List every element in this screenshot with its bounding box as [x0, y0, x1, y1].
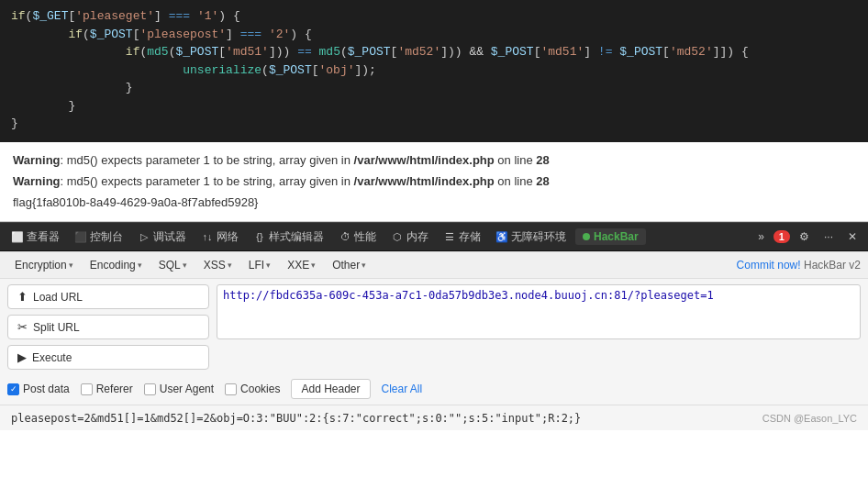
post-data-checkbox[interactable]: ✓ — [7, 383, 19, 395]
clear-all-button[interactable]: Clear All — [382, 380, 423, 398]
xxe-arrow-icon: ▾ — [311, 261, 316, 270]
sql-label: SQL — [159, 259, 181, 272]
hackbar-checks: ✓ Post data Referer User Agent Cookies A… — [0, 375, 868, 405]
flag-line: flag{1fa8010b-8a49-4629-9a0a-8f7abfed592… — [13, 194, 855, 213]
post-data-label: Post data — [23, 383, 70, 395]
code-line-3: if(md5($_POST['md51'])) == md5($_POST['m… — [11, 43, 857, 61]
cookies-checkbox-item[interactable]: Cookies — [225, 383, 280, 395]
execute-icon: ▶ — [17, 350, 27, 364]
storage-label: 存储 — [459, 229, 481, 245]
devtools-bar: ⬜ 查看器 ⬛ 控制台 ▷ 调试器 ↑↓ 网络 {} 样式编辑器 ⏱ 性能 ⬡ … — [0, 222, 868, 251]
devtools-network-btn[interactable]: ↑↓ 网络 — [195, 227, 244, 247]
xxe-label: XXE — [287, 259, 309, 272]
more-icon: » — [758, 230, 764, 243]
code-line-6: } — [11, 97, 857, 116]
attribution-text: CSDN @Eason_LYC — [762, 413, 857, 424]
devtools-console-btn[interactable]: ⬛ 控制台 — [69, 227, 128, 247]
memory-label: 内存 — [406, 229, 428, 245]
warning-1: Warning: md5() expects parameter 1 to be… — [13, 151, 855, 171]
post-data-value: pleasepost=2&md51[]=1&md52[]=2&obj=O:3:"… — [11, 412, 762, 425]
devtools-close-btn[interactable]: ✕ — [842, 228, 862, 245]
dots-icon: ··· — [824, 230, 833, 243]
encryption-arrow-icon: ▾ — [69, 261, 73, 270]
devtools-overflow: » 1 ⚙ ··· ✕ — [752, 228, 862, 245]
user-agent-checkbox-item[interactable]: User Agent — [144, 383, 214, 395]
style-label: 样式编辑器 — [269, 229, 324, 245]
post-data-checkbox-item[interactable]: ✓ Post data — [7, 383, 70, 395]
encoding-label: Encoding — [90, 259, 136, 272]
hackbar-encryption-menu[interactable]: Encryption ▾ — [7, 256, 81, 274]
close-icon: ✕ — [848, 230, 857, 243]
other-arrow-icon: ▾ — [362, 261, 366, 270]
bottom-bar: pleasepost=2&md51[]=1&md52[]=2&obj=O:3:"… — [0, 405, 868, 430]
lfi-label: LFI — [249, 259, 264, 272]
devtools-style-btn[interactable]: {} 样式编辑器 — [248, 227, 329, 247]
inspector-icon: ⬜ — [11, 230, 24, 243]
network-icon: ↑↓ — [201, 230, 214, 243]
other-label: Other — [332, 259, 360, 272]
hackbar-encoding-menu[interactable]: Encoding ▾ — [83, 256, 150, 274]
devtools-storage-btn[interactable]: ☰ 存储 — [438, 227, 486, 247]
encoding-arrow-icon: ▾ — [138, 261, 142, 270]
accessibility-label: 无障碍环境 — [511, 229, 566, 245]
hackbar-sql-menu[interactable]: SQL ▾ — [151, 256, 195, 274]
encryption-label: Encryption — [15, 259, 67, 272]
xss-arrow-icon: ▾ — [228, 261, 232, 270]
storage-icon: ☰ — [443, 230, 456, 243]
cookies-checkbox[interactable] — [225, 383, 237, 395]
split-url-icon: ✂ — [17, 320, 28, 334]
hackbar-tab[interactable]: HackBar — [575, 228, 646, 245]
cookies-label: Cookies — [240, 383, 280, 395]
devtools-more-btn[interactable]: » — [752, 228, 770, 245]
hackbar-left: ⬆ Load URL ✂ Split URL ▶ Execute — [7, 284, 209, 370]
devtools-dots-btn[interactable]: ··· — [818, 228, 839, 245]
load-url-button[interactable]: ⬆ Load URL — [7, 284, 209, 309]
code-line-2: if($_POST['pleasepost'] === '2') { — [11, 26, 857, 44]
accessibility-icon: ♿ — [495, 230, 508, 243]
sql-arrow-icon: ▾ — [183, 261, 187, 270]
output-area: Warning: md5() expects parameter 1 to be… — [0, 142, 868, 222]
split-url-label: Split URL — [33, 321, 80, 334]
devtools-memory-btn[interactable]: ⬡ 内存 — [385, 227, 434, 247]
settings-icon: ⚙ — [799, 230, 809, 243]
console-label: 控制台 — [90, 229, 123, 245]
url-input[interactable]: http://fbdc635a-609c-453a-a7c1-0da57b9db… — [217, 284, 861, 339]
hackbar-body: ⬆ Load URL ✂ Split URL ▶ Execute http://… — [0, 279, 868, 375]
devtools-inspector-btn[interactable]: ⬜ 查看器 — [6, 227, 65, 247]
devtools-perf-btn[interactable]: ⏱ 性能 — [333, 227, 382, 247]
devtools-accessibility-btn[interactable]: ♿ 无障碍环境 — [490, 227, 572, 247]
referer-label: Referer — [96, 383, 133, 395]
memory-icon: ⬡ — [391, 230, 404, 243]
warning-2: Warning: md5() expects parameter 1 to be… — [13, 172, 855, 192]
code-line-7: } — [11, 115, 857, 133]
xss-label: XSS — [204, 259, 226, 272]
execute-button[interactable]: ▶ Execute — [7, 345, 209, 370]
hackbar-panel: Encryption ▾ Encoding ▾ SQL ▾ XSS ▾ LFI … — [0, 251, 868, 405]
style-icon: {} — [253, 230, 266, 243]
code-line-1: if($_GET['pleaseget'] === '1') { — [11, 7, 857, 26]
hackbar-tab-label: HackBar — [594, 230, 639, 243]
hackbar-lfi-menu[interactable]: LFI ▾ — [241, 256, 278, 274]
hackbar-xss-menu[interactable]: XSS ▾ — [196, 256, 239, 274]
load-url-label: Load URL — [33, 291, 83, 304]
network-label: 网络 — [217, 229, 239, 245]
lfi-arrow-icon: ▾ — [266, 261, 271, 270]
code-area: if($_GET['pleaseget'] === '1') { if($_PO… — [0, 0, 868, 142]
add-header-button[interactable]: Add Header — [291, 379, 370, 399]
devtools-debugger-btn[interactable]: ▷ 调试器 — [132, 227, 192, 247]
console-icon: ⬛ — [74, 230, 87, 243]
debugger-label: 调试器 — [153, 229, 186, 245]
inspector-label: 查看器 — [27, 229, 60, 245]
user-agent-label: User Agent — [160, 383, 214, 395]
debugger-icon: ▷ — [138, 230, 150, 243]
code-line-5: } — [11, 79, 857, 97]
hackbar-other-menu[interactable]: Other ▾ — [325, 256, 373, 274]
referer-checkbox[interactable] — [81, 383, 93, 395]
referer-checkbox-item[interactable]: Referer — [81, 383, 133, 395]
user-agent-checkbox[interactable] — [144, 383, 156, 395]
split-url-button[interactable]: ✂ Split URL — [7, 315, 209, 339]
devtools-settings-btn[interactable]: ⚙ — [794, 228, 815, 245]
hackbar-menu: Encryption ▾ Encoding ▾ SQL ▾ XSS ▾ LFI … — [0, 252, 868, 279]
hackbar-xxe-menu[interactable]: XXE ▾ — [280, 256, 323, 274]
perf-icon: ⏱ — [339, 230, 351, 243]
